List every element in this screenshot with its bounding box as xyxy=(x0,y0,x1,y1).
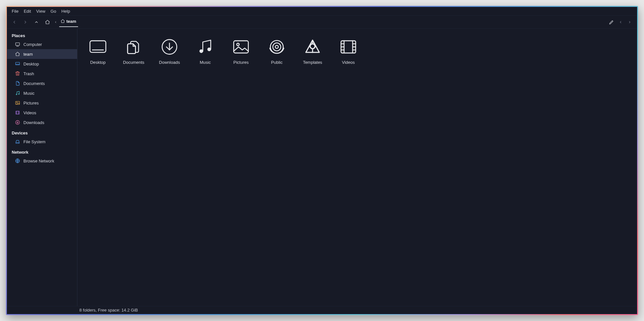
disk-icon xyxy=(15,139,20,144)
videos-icon xyxy=(15,110,20,115)
sidebar-item-label: Documents xyxy=(23,81,45,86)
svg-rect-0 xyxy=(16,43,20,45)
path-prev-button[interactable] xyxy=(616,18,625,27)
sidebar-item-pictures[interactable]: Pictures xyxy=(7,98,77,108)
folder-downloads[interactable]: Downloads xyxy=(152,34,187,66)
folder-public[interactable]: Public xyxy=(259,34,295,66)
file-grid-area[interactable]: Desktop Documents xyxy=(77,29,637,306)
sidebar-item-downloads[interactable]: Downloads xyxy=(7,118,77,127)
path-next-button[interactable] xyxy=(625,18,634,27)
section-header-devices: Devices xyxy=(7,127,77,137)
back-button[interactable] xyxy=(10,18,19,27)
svg-rect-21 xyxy=(234,41,248,53)
documents-folder-icon xyxy=(123,36,144,57)
sidebar-item-label: Trash xyxy=(23,71,34,76)
sidebar-item-team[interactable]: team xyxy=(7,49,77,59)
monitor-icon xyxy=(15,42,20,47)
sidebar-item-label: Desktop xyxy=(23,62,39,66)
item-label: Music xyxy=(200,60,211,65)
status-text: 8 folders, Free space: 14.2 GiB xyxy=(79,308,138,313)
downloads-folder-icon xyxy=(159,36,180,57)
sidebar-item-videos[interactable]: Videos xyxy=(7,108,77,118)
sidebar-item-label: Downloads xyxy=(23,120,44,125)
breadcrumb-current[interactable]: team xyxy=(59,17,78,27)
folder-music[interactable]: Music xyxy=(187,34,223,66)
sidebar-item-browse-network[interactable]: Browse Network xyxy=(7,156,77,166)
trash-icon xyxy=(15,71,20,76)
svg-point-22 xyxy=(237,43,239,46)
sidebar-item-label: File System xyxy=(23,139,46,144)
toolbar: team xyxy=(7,16,637,29)
sidebar-item-label: Videos xyxy=(23,110,36,115)
item-label: Desktop xyxy=(90,60,106,65)
desktop-icon xyxy=(15,61,20,66)
folder-documents[interactable]: Documents xyxy=(116,34,152,66)
svg-point-13 xyxy=(19,143,19,143)
window-body: Places Computer team xyxy=(7,29,637,306)
sidebar-item-label: Computer xyxy=(23,42,42,47)
section-header-places: Places xyxy=(7,30,77,39)
sidebar-item-label: Music xyxy=(23,91,34,96)
menu-help[interactable]: Help xyxy=(59,8,73,14)
item-label: Public xyxy=(271,60,282,65)
folder-videos[interactable]: Videos xyxy=(330,34,366,66)
home-icon xyxy=(15,51,20,57)
pictures-icon xyxy=(15,100,20,105)
sidebar-item-desktop[interactable]: Desktop xyxy=(7,59,77,69)
folder-templates[interactable]: Templates xyxy=(295,34,330,66)
home-icon xyxy=(60,19,65,24)
downloads-icon xyxy=(15,120,20,125)
edit-path-button[interactable] xyxy=(607,18,616,27)
menu-go[interactable]: Go xyxy=(48,8,59,14)
item-label: Pictures xyxy=(234,60,249,65)
sidebar-item-trash[interactable]: Trash xyxy=(7,69,77,78)
file-grid: Desktop Documents xyxy=(77,29,637,71)
svg-point-20 xyxy=(208,48,211,51)
up-button[interactable] xyxy=(32,18,41,27)
sidebar-item-file-system[interactable]: File System xyxy=(7,137,77,147)
sidebar-item-computer[interactable]: Computer xyxy=(7,39,77,49)
svg-point-5 xyxy=(19,93,20,94)
pictures-folder-icon xyxy=(231,36,251,57)
menu-edit[interactable]: Edit xyxy=(21,8,34,14)
item-label: Documents xyxy=(123,60,144,65)
music-folder-icon xyxy=(195,36,216,57)
sidebar-item-documents[interactable]: Documents xyxy=(7,78,77,88)
status-bar: 8 folders, Free space: 14.2 GiB xyxy=(7,306,637,314)
svg-point-7 xyxy=(17,102,17,103)
folder-pictures[interactable]: Pictures xyxy=(223,34,259,66)
sidebar-item-label: Browse Network xyxy=(23,159,54,163)
desktop-folder-icon xyxy=(87,36,108,57)
templates-folder-icon xyxy=(302,36,323,57)
folder-desktop[interactable]: Desktop xyxy=(80,34,116,66)
svg-point-23 xyxy=(275,45,278,48)
sidebar-item-label: Pictures xyxy=(23,101,39,105)
item-label: Downloads xyxy=(159,60,180,65)
svg-rect-2 xyxy=(16,62,20,65)
svg-rect-8 xyxy=(16,111,20,114)
svg-point-19 xyxy=(199,49,203,53)
documents-icon xyxy=(15,81,20,86)
network-icon xyxy=(15,158,20,163)
breadcrumb-separator-icon xyxy=(54,21,57,24)
item-label: Videos xyxy=(342,60,355,65)
menu-file[interactable]: File xyxy=(9,8,21,14)
videos-folder-icon xyxy=(338,36,359,57)
sidebar: Places Computer team xyxy=(7,29,77,306)
menu-view[interactable]: View xyxy=(34,8,48,14)
sidebar-item-label: team xyxy=(23,52,33,57)
public-folder-icon xyxy=(266,36,287,57)
item-label: Templates xyxy=(303,60,322,65)
forward-button[interactable] xyxy=(21,18,30,27)
file-manager-window: File Edit View Go Help xyxy=(7,7,637,314)
svg-rect-15 xyxy=(90,41,106,52)
home-button[interactable] xyxy=(43,18,52,27)
breadcrumb-label: team xyxy=(66,19,76,24)
music-icon xyxy=(15,91,20,96)
svg-point-4 xyxy=(16,94,17,95)
svg-rect-6 xyxy=(16,101,20,104)
svg-point-24 xyxy=(273,43,281,51)
menu-bar: File Edit View Go Help xyxy=(7,7,637,16)
section-header-network: Network xyxy=(7,147,77,156)
sidebar-item-music[interactable]: Music xyxy=(7,88,77,98)
